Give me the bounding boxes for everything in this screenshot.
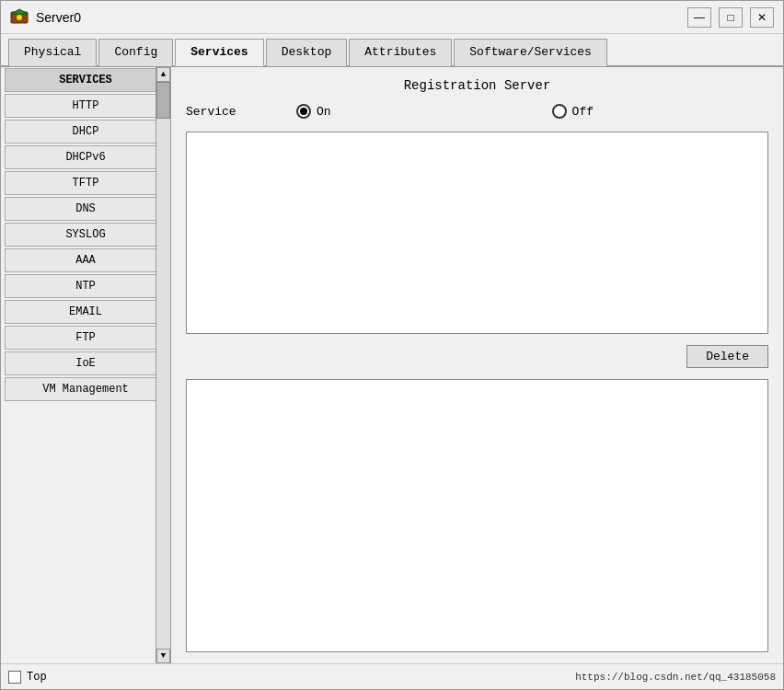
- sidebar-item-syslog[interactable]: SYSLOG: [5, 223, 167, 247]
- radio-off-option[interactable]: Off: [552, 104, 594, 119]
- title-buttons: — □ ✕: [687, 7, 774, 28]
- tab-attributes[interactable]: Attributes: [349, 39, 452, 66]
- window-title: Server0: [36, 10, 81, 25]
- main-panel: Registration Server Service On Off: [171, 67, 783, 663]
- sidebar-item-dns[interactable]: DNS: [5, 197, 167, 221]
- scrollbar-thumb[interactable]: [156, 82, 170, 119]
- sidebar: SERVICES HTTP DHCP DHCPv6 TFTP DNS SYSLO…: [1, 67, 171, 663]
- radio-off-label: Off: [572, 105, 594, 119]
- radio-off-circle[interactable]: [552, 104, 567, 119]
- tab-software-services[interactable]: Software/Services: [454, 39, 607, 66]
- sidebar-item-ntp[interactable]: NTP: [5, 274, 167, 298]
- title-bar-left: Server0: [10, 8, 81, 27]
- radio-on-circle[interactable]: [296, 104, 311, 119]
- sidebar-item-email[interactable]: EMAIL: [5, 300, 167, 324]
- sidebar-item-tftp[interactable]: TFTP: [5, 171, 167, 195]
- delete-button[interactable]: Delete: [686, 345, 768, 368]
- main-window: Server0 — □ ✕ Physical Config Services D…: [0, 0, 784, 690]
- sidebar-scrollbar: ▲ ▼: [156, 67, 170, 663]
- radio-on-option[interactable]: On: [296, 104, 331, 119]
- top-label: Top: [27, 671, 47, 684]
- status-bar: Top https://blog.csdn.net/qq_43185058: [1, 663, 783, 689]
- status-bar-left: Top: [8, 671, 47, 684]
- maximize-button[interactable]: □: [719, 7, 743, 28]
- tab-desktop[interactable]: Desktop: [266, 39, 348, 66]
- minimize-button[interactable]: —: [687, 7, 711, 28]
- scrollbar-up-arrow[interactable]: ▲: [156, 67, 170, 82]
- service-label: Service: [186, 105, 241, 119]
- sidebar-item-aaa[interactable]: AAA: [5, 248, 167, 272]
- svg-point-2: [17, 15, 22, 20]
- sidebar-item-ioe[interactable]: IoE: [5, 351, 167, 375]
- tab-physical[interactable]: Physical: [8, 39, 97, 66]
- delete-row: Delete: [186, 341, 768, 372]
- tab-bar: Physical Config Services Desktop Attribu…: [1, 34, 783, 67]
- sidebar-item-dhcp[interactable]: DHCP: [5, 120, 167, 144]
- title-bar: Server0 — □ ✕: [1, 1, 783, 34]
- sidebar-item-ftp[interactable]: FTP: [5, 326, 167, 350]
- tab-services[interactable]: Services: [175, 39, 263, 66]
- sidebar-header: SERVICES: [5, 68, 167, 92]
- app-icon: [10, 8, 29, 27]
- status-url: https://blog.csdn.net/qq_43185058: [575, 672, 776, 683]
- scrollbar-down-arrow[interactable]: ▼: [156, 649, 170, 663]
- upper-content-box: [186, 132, 768, 334]
- scrollbar-track: [156, 82, 170, 649]
- content-area: SERVICES HTTP DHCP DHCPv6 TFTP DNS SYSLO…: [1, 67, 783, 663]
- sidebar-list: SERVICES HTTP DHCP DHCPv6 TFTP DNS SYSLO…: [1, 67, 170, 663]
- lower-content-box: [186, 379, 768, 652]
- radio-on-label: On: [317, 105, 331, 119]
- sidebar-item-vm-management[interactable]: VM Management: [5, 377, 167, 401]
- sidebar-item-http[interactable]: HTTP: [5, 94, 167, 118]
- tab-config[interactable]: Config: [98, 39, 173, 66]
- service-title: Registration Server: [186, 78, 768, 93]
- radio-group: On Off: [296, 104, 594, 119]
- top-checkbox[interactable]: [8, 671, 21, 684]
- close-button[interactable]: ✕: [750, 7, 774, 28]
- sidebar-item-dhcpv6[interactable]: DHCPv6: [5, 145, 167, 169]
- service-row: Service On Off: [186, 104, 768, 119]
